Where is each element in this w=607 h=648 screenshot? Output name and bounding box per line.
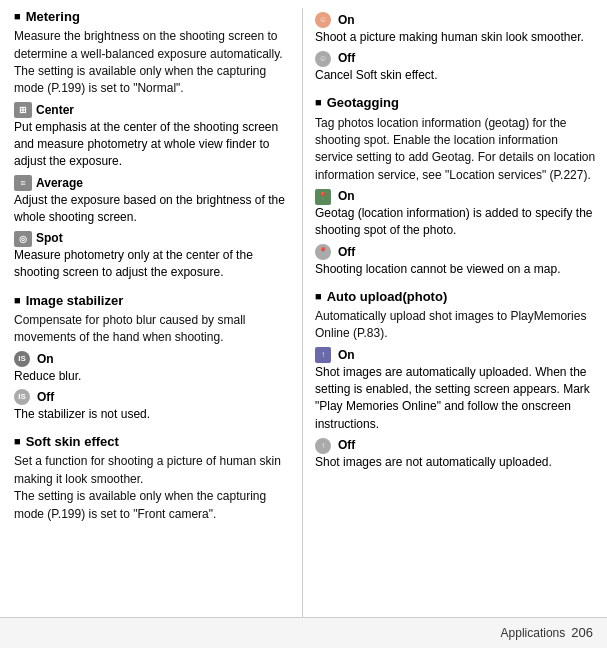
footer: Applications 206 xyxy=(0,617,607,648)
geotag-on: 📍 On Geotag (location information) is ad… xyxy=(315,188,597,240)
spot-desc: Measure photometry only at the center of… xyxy=(14,247,292,282)
center-icon: ⊞ xyxy=(14,102,32,118)
image-stabilizer-desc: Compensate for photo blur caused by smal… xyxy=(14,312,292,347)
soft-skin-off: ☺ Off Cancel Soft skin effect. xyxy=(315,50,597,84)
geotagging-title: Geotagging xyxy=(315,94,597,112)
content-area: Metering Measure the brightness on the s… xyxy=(0,0,607,617)
left-column: Metering Measure the brightness on the s… xyxy=(0,8,303,617)
center-desc: Put emphasis at the center of the shooti… xyxy=(14,119,292,171)
section-metering: Metering Measure the brightness on the s… xyxy=(14,8,292,282)
soft-skin-off-icon: ☺ xyxy=(315,51,331,67)
footer-page: 206 xyxy=(571,624,593,642)
stabilizer-off-desc: The stabilizer is not used. xyxy=(14,406,292,423)
geotag-off-icon: 📍 xyxy=(315,244,331,260)
stabilizer-off: IS Off The stabilizer is not used. xyxy=(14,389,292,423)
auto-upload-desc: Automatically upload shot images to Play… xyxy=(315,308,597,343)
stabilizer-on: IS On Reduce blur. xyxy=(14,351,292,385)
stabilizer-on-icon: IS xyxy=(14,351,30,367)
soft-skin-off-desc: Cancel Soft skin effect. xyxy=(315,67,597,84)
stabilizer-off-icon: IS xyxy=(14,389,30,405)
stabilizer-on-desc: Reduce blur. xyxy=(14,368,292,385)
page: Metering Measure the brightness on the s… xyxy=(0,0,607,648)
geotagging-desc: Tag photos location information (geotag)… xyxy=(315,115,597,185)
metering-title: Metering xyxy=(14,8,292,26)
upload-on: ↑ On Shot images are automatically uploa… xyxy=(315,347,597,433)
average-desc: Adjust the exposure based on the brightn… xyxy=(14,192,292,227)
geotag-off: 📍 Off Shooting location cannot be viewed… xyxy=(315,244,597,278)
upload-off-icon: ↑ xyxy=(315,438,331,454)
upload-on-icon: ↑ xyxy=(315,347,331,363)
average-icon: ≡ xyxy=(14,175,32,191)
soft-skin-items-section: ☺ On Shoot a picture making human skin l… xyxy=(315,12,597,84)
footer-label: Applications xyxy=(501,625,566,642)
geotag-off-desc: Shooting location cannot be viewed on a … xyxy=(315,261,597,278)
soft-skin-desc: Set a function for shooting a picture of… xyxy=(14,453,292,523)
metering-center: ⊞ Center Put emphasis at the center of t… xyxy=(14,102,292,171)
soft-skin-title: Soft skin effect xyxy=(14,433,292,451)
spot-icon: ◎ xyxy=(14,231,32,247)
geotag-on-icon: 📍 xyxy=(315,189,331,205)
section-auto-upload: Auto upload(photo) Automatically upload … xyxy=(315,288,597,472)
upload-off: ↑ Off Shot images are not automatically … xyxy=(315,437,597,471)
section-soft-skin: Soft skin effect Set a function for shoo… xyxy=(14,433,292,523)
upload-off-desc: Shot images are not automatically upload… xyxy=(315,454,597,471)
upload-on-desc: Shot images are automatically uploaded. … xyxy=(315,364,597,434)
right-column: ☺ On Shoot a picture making human skin l… xyxy=(303,8,607,617)
section-geotagging: Geotagging Tag photos location informati… xyxy=(315,94,597,278)
metering-spot: ◎ Spot Measure photometry only at the ce… xyxy=(14,230,292,282)
image-stabilizer-title: Image stabilizer xyxy=(14,292,292,310)
geotag-on-desc: Geotag (location information) is added t… xyxy=(315,205,597,240)
auto-upload-title: Auto upload(photo) xyxy=(315,288,597,306)
section-image-stabilizer: Image stabilizer Compensate for photo bl… xyxy=(14,292,292,423)
soft-skin-on-icon: ☺ xyxy=(315,12,331,28)
soft-skin-on: ☺ On Shoot a picture making human skin l… xyxy=(315,12,597,46)
metering-average: ≡ Average Adjust the exposure based on t… xyxy=(14,175,292,227)
metering-desc: Measure the brightness on the shooting s… xyxy=(14,28,292,98)
soft-skin-on-desc: Shoot a picture making human skin look s… xyxy=(315,29,597,46)
